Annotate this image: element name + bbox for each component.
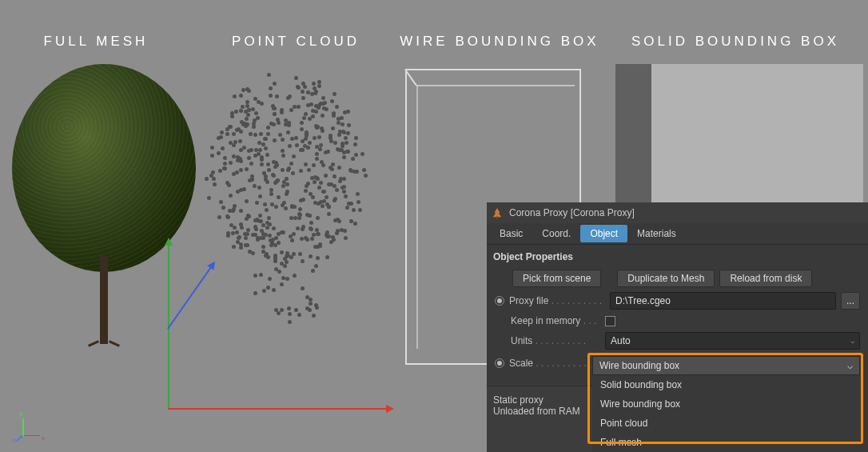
header-full-mesh: FULL MESH xyxy=(0,34,192,50)
browse-button[interactable]: ... xyxy=(841,292,860,310)
status-line2: Unloaded from RAM xyxy=(493,406,587,417)
tab-basic[interactable]: Basic xyxy=(490,225,532,242)
visualization-method-dropdown[interactable]: Wire bounding box ⌵ Solid bounding box W… xyxy=(592,356,860,452)
tab-coord[interactable]: Coord. xyxy=(532,225,580,242)
option-solid-bounding-box[interactable]: Solid bounding box xyxy=(592,375,860,394)
tab-object[interactable]: Object xyxy=(580,225,627,242)
svg-rect-0 xyxy=(496,216,498,218)
tab-materials[interactable]: Materials xyxy=(627,225,686,242)
tab-bar: Basic Coord. Object Materials xyxy=(487,223,868,245)
panel-title-text: Corona Proxy [Corona Proxy] xyxy=(509,207,635,218)
status-line1: Static proxy xyxy=(493,394,587,406)
visualization-method-select[interactable]: Wire bounding box ⌵ xyxy=(592,356,860,375)
proxy-file-radio[interactable] xyxy=(495,296,504,306)
option-wire-bounding-box[interactable]: Wire bounding box xyxy=(592,394,860,414)
section-object-properties: Object Properties xyxy=(487,245,868,267)
header-wire-box: WIRE BOUNDING BOX xyxy=(396,34,603,50)
keep-in-memory-checkbox[interactable] xyxy=(605,316,615,326)
option-full-mesh[interactable]: Full mesh xyxy=(592,433,860,452)
status-block: Static proxy Unloaded from RAM xyxy=(487,386,594,452)
mini-axis-gizmo: x y z xyxy=(14,412,46,444)
chevron-down-icon: ⌵ xyxy=(850,337,854,345)
axis-gizmo xyxy=(168,240,408,416)
header-solid-box: SOLID BOUNDING BOX xyxy=(607,34,863,50)
chevron-down-icon: ⌵ xyxy=(847,360,853,371)
scale-label: Scale xyxy=(509,358,595,369)
header-point-cloud: POINT CLOUD xyxy=(192,34,400,50)
viewport-solid-box xyxy=(615,64,863,208)
corona-proxy-icon xyxy=(492,207,503,218)
option-point-cloud[interactable]: Point cloud xyxy=(592,414,860,433)
units-label: Units xyxy=(511,335,600,346)
duplicate-to-mesh-button[interactable]: Duplicate to Mesh xyxy=(617,270,715,287)
proxy-file-label: Proxy file xyxy=(509,295,605,306)
proxy-file-input[interactable]: D:\Tree.cgeo xyxy=(610,292,836,310)
reload-from-disk-button[interactable]: Reload from disk xyxy=(719,270,812,287)
keep-in-memory-label: Keep in memory . . . xyxy=(511,315,600,326)
units-select[interactable]: Auto⌵ xyxy=(605,332,860,350)
panel-titlebar: Corona Proxy [Corona Proxy] xyxy=(487,202,868,223)
scale-radio[interactable] xyxy=(495,358,504,368)
pick-from-scene-button[interactable]: Pick from scene xyxy=(512,270,601,287)
